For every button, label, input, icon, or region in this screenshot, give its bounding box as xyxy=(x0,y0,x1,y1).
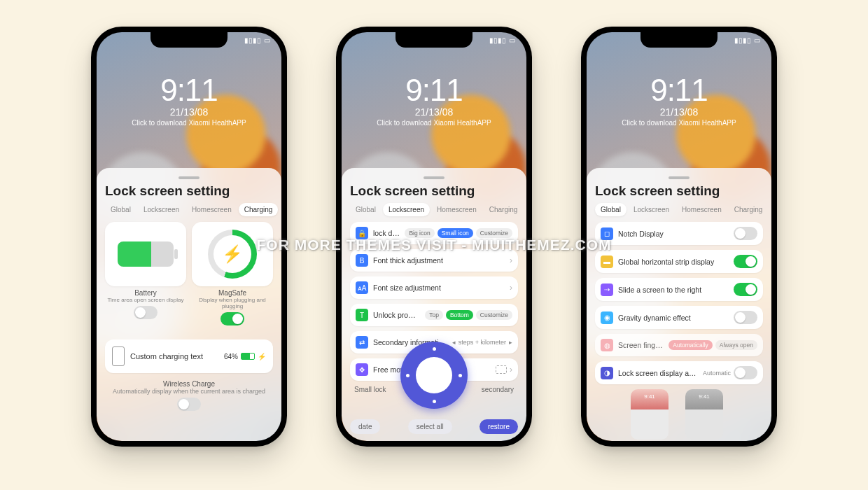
appearance-auto: Automatic xyxy=(703,370,731,377)
bolt-icon: ⚡ xyxy=(222,244,243,264)
gravity-label: Gravity dynamic effect xyxy=(618,314,729,322)
sheet-title: Lock screen setting xyxy=(350,183,518,199)
tab-lockscreen[interactable]: Lockscreen xyxy=(383,203,430,216)
tab-charging[interactable]: Charging xyxy=(729,203,769,216)
date-button[interactable]: date xyxy=(350,419,380,434)
battery-toggle[interactable] xyxy=(134,306,158,319)
triangle-right-icon[interactable]: ▸ xyxy=(509,339,512,346)
handle-small-lock[interactable]: Small lock xyxy=(354,386,386,393)
tab-homescreen[interactable]: Homescreen xyxy=(186,203,237,216)
tabs: Global Lockscreen Homescreen Charging xyxy=(350,203,518,216)
wireless-sub: Automatically display when the current a… xyxy=(105,388,273,395)
tab-homescreen[interactable]: Homescreen xyxy=(431,203,482,216)
clock-sub[interactable]: Click to download Xiaomi HealthAPP xyxy=(587,119,771,127)
thumb-time: 9:41 xyxy=(685,393,723,400)
clock-sub[interactable]: Click to download Xiaomi HealthAPP xyxy=(97,119,281,127)
tab-charging[interactable]: Charging xyxy=(239,203,279,216)
grabber[interactable] xyxy=(668,176,690,179)
appearance-light[interactable]: 9:41 Light xyxy=(631,389,673,441)
sheet-title: Lock screen setting xyxy=(595,183,763,199)
horizontal-toggle[interactable] xyxy=(734,255,757,268)
gravity-toggle[interactable] xyxy=(734,311,757,324)
tab-global[interactable]: Global xyxy=(595,203,626,216)
row-unlock-prompt[interactable]: T Unlock prompt text Top Bottom Customiz… xyxy=(350,304,518,326)
row-slide[interactable]: ⇢ Slide a screen to the right xyxy=(595,278,763,301)
clock-date: 21/13/08 xyxy=(587,106,771,118)
grabber[interactable] xyxy=(178,176,200,179)
grabber[interactable] xyxy=(424,176,444,179)
tab-global[interactable]: Global xyxy=(350,203,382,216)
battery-icon: ▭ xyxy=(509,36,515,44)
tab-global[interactable]: Global xyxy=(105,203,136,216)
clock-sub[interactable]: Click to download Xiaomi HealthAPP xyxy=(342,119,526,127)
wireless-toggle[interactable] xyxy=(177,398,201,411)
magsafe-label: MagSafe xyxy=(192,289,273,297)
unlock-prompt-label: Unlock prompt text xyxy=(373,311,420,319)
text-icon: T xyxy=(356,309,368,321)
custom-charging-label: Custom charging text xyxy=(130,352,203,360)
notch xyxy=(396,32,472,48)
battery-sub: Time area open screen display xyxy=(105,297,186,303)
tab-charging[interactable]: Charging xyxy=(484,203,524,216)
joystick-wheel[interactable] xyxy=(400,342,468,409)
area-select-icon[interactable] xyxy=(496,365,507,374)
lock-clock: 9:11 21/13/08 Click to download Xiaomi H… xyxy=(97,73,281,127)
settings-sheet: Lock screen setting Global Lockscreen Ho… xyxy=(587,168,771,441)
font-size-label: Font size adjustment xyxy=(373,284,505,292)
magsafe-card[interactable]: ⚡ xyxy=(192,222,273,286)
custom-charging-row[interactable]: Custom charging text 64% ⚡ xyxy=(105,340,273,373)
pill-fp-auto[interactable]: Automatically xyxy=(668,340,713,350)
lock-clock: 9:11 21/13/08 Click to download Xiaomi H… xyxy=(587,73,771,127)
tab-lockscreen[interactable]: Lockscreen xyxy=(138,203,185,216)
tabs: Global Lockscreen Homescreen Charging xyxy=(595,203,763,216)
appearance-toggle[interactable] xyxy=(734,366,757,379)
chevron-right-icon: › xyxy=(510,283,512,293)
fingerprint-label: Screen fingerprint xyxy=(618,341,664,349)
battery-icon xyxy=(118,241,174,267)
appearance-dark[interactable]: 9:41 Dark xyxy=(685,389,727,441)
tab-lockscreen[interactable]: Lockscreen xyxy=(628,203,675,216)
row-fingerprint[interactable]: ◍ Screen fingerprint Automatically Alway… xyxy=(595,334,763,356)
settings-sheet: Lock screen setting Global Lockscreen Ho… xyxy=(342,168,526,441)
clock-date: 21/13/08 xyxy=(342,106,526,118)
magsafe-ring-icon: ⚡ xyxy=(208,230,257,279)
restore-button[interactable]: restore xyxy=(479,419,518,434)
notch-label: Notch Display xyxy=(618,230,729,238)
pill-top[interactable]: Top xyxy=(425,310,443,320)
battery-card[interactable] xyxy=(105,222,186,286)
watermark-text: FOR MORE THEMES VISIT - MIUITHEMEZ.COM xyxy=(257,237,612,253)
clock-date: 21/13/08 xyxy=(97,106,281,118)
notch xyxy=(150,32,227,48)
signal-icon: ▮▯▮▯ xyxy=(244,36,261,44)
clock-time: 9:11 xyxy=(97,73,281,108)
battery-label: Battery xyxy=(105,289,186,297)
row-font-size[interactable]: ᴀA Font size adjustment › xyxy=(350,276,518,299)
battery-icon: ▭ xyxy=(264,36,270,44)
handle-secondary[interactable]: secondary xyxy=(482,386,514,393)
magsafe-sub: Display when plugging and plugging xyxy=(192,297,273,309)
tab-homescreen[interactable]: Homescreen xyxy=(676,203,727,216)
pill-fp-always[interactable]: Always open xyxy=(715,340,757,350)
clock-time: 9:11 xyxy=(342,73,526,108)
row-notch[interactable]: ◻ Notch Display xyxy=(595,222,763,245)
slide-toggle[interactable] xyxy=(734,283,757,296)
pill-bottom[interactable]: Bottom xyxy=(446,310,473,320)
pill-customize2[interactable]: Customize xyxy=(476,310,512,320)
font-thick-label: Font thick adjustment xyxy=(373,256,505,265)
notch xyxy=(640,32,718,48)
signal-icon: ▮▯▮▯ xyxy=(734,36,751,44)
slide-label: Slide a screen to the right xyxy=(618,286,729,294)
settings-sheet: Lock screen setting Global Lockscreen Ho… xyxy=(97,168,281,441)
select-all-button[interactable]: select all xyxy=(408,419,452,434)
thumb-time: 9:41 xyxy=(631,393,668,400)
sheet-title: Lock screen setting xyxy=(105,183,273,199)
notch-toggle[interactable] xyxy=(734,227,757,240)
row-horizontal[interactable]: ▬ Global horizontal strip display xyxy=(595,250,763,273)
row-appearance[interactable]: ◑ Lock screen display appearance Automat… xyxy=(595,361,763,384)
mini-battery-icon xyxy=(241,353,255,360)
switch-icon: ⇄ xyxy=(356,336,368,349)
row-gravity[interactable]: ◉ Gravity dynamic effect xyxy=(595,306,763,329)
gravity-icon: ◉ xyxy=(601,312,613,324)
magsafe-toggle[interactable] xyxy=(220,312,244,326)
tabs: Global Lockscreen Homescreen Charging xyxy=(105,203,273,216)
